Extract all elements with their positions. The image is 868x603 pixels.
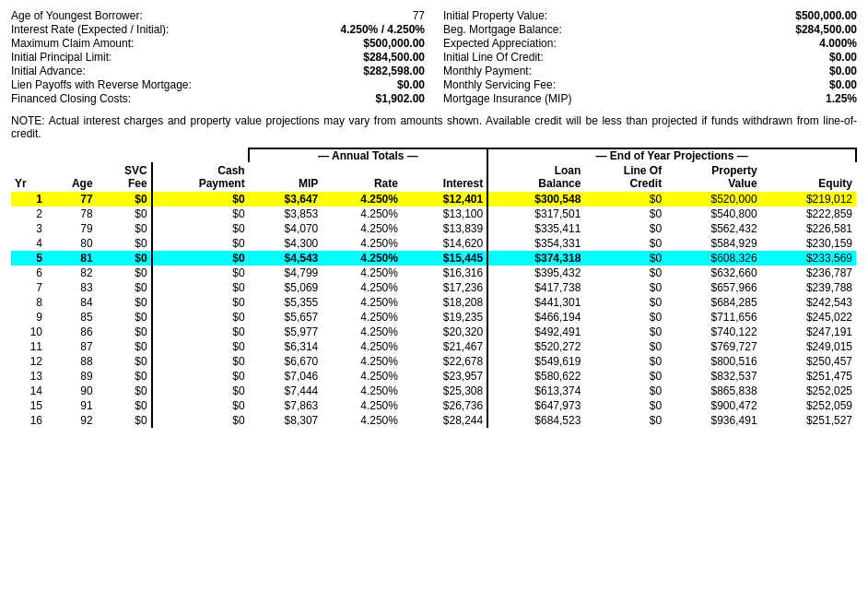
table-cell: $0 bbox=[584, 310, 665, 325]
table-cell: $492,491 bbox=[487, 325, 584, 339]
table-row: 1591$0$0$7,8634.250%$26,736$647,973$0$90… bbox=[11, 398, 856, 413]
summary-value: $500,000.00 bbox=[271, 37, 425, 50]
table-cell: 4.250% bbox=[322, 413, 402, 428]
table-cell: $226,581 bbox=[761, 221, 856, 236]
table-cell: $0 bbox=[584, 295, 665, 310]
table-cell: $28,244 bbox=[402, 413, 487, 428]
table-cell: $562,432 bbox=[665, 221, 760, 236]
table-cell: $0 bbox=[97, 384, 152, 398]
table-cell: 4.250% bbox=[322, 280, 402, 295]
table-cell: $584,929 bbox=[665, 236, 760, 251]
table-cell: $0 bbox=[584, 236, 665, 251]
table-cell: 4.250% bbox=[322, 266, 402, 280]
table-cell: 6 bbox=[11, 266, 46, 280]
table-cell: $0 bbox=[152, 384, 249, 398]
table-cell: $608,326 bbox=[665, 251, 760, 266]
col-loan: LoanBalance bbox=[487, 162, 584, 192]
table-row: 1692$0$0$8,3074.250%$28,244$684,523$0$93… bbox=[11, 413, 856, 428]
table-cell: $0 bbox=[152, 310, 249, 325]
table-cell: 82 bbox=[46, 266, 97, 280]
summary-label: Interest Rate (Expected / Initial): bbox=[11, 23, 262, 36]
table-cell: $250,457 bbox=[761, 354, 856, 369]
summary-value: $284,500.00 bbox=[271, 51, 425, 64]
summary-value: 4.250% / 4.250% bbox=[271, 23, 425, 36]
table-cell: 8 bbox=[11, 295, 46, 310]
table-cell: $900,472 bbox=[665, 398, 760, 413]
table-cell: $222,859 bbox=[761, 207, 856, 221]
table-cell: $12,401 bbox=[402, 192, 487, 207]
table-row: 884$0$0$5,3554.250%$18,208$441,301$0$684… bbox=[11, 295, 856, 310]
table-cell: 88 bbox=[46, 354, 97, 369]
table-cell: $0 bbox=[584, 221, 665, 236]
table-cell: $335,411 bbox=[487, 221, 584, 236]
table-cell: 4.250% bbox=[322, 236, 402, 251]
table-cell: 4.250% bbox=[322, 325, 402, 339]
table-row: 379$0$0$4,0704.250%$13,839$335,411$0$562… bbox=[11, 221, 856, 236]
table-cell: $317,501 bbox=[487, 207, 584, 221]
table-cell: $5,657 bbox=[249, 310, 323, 325]
table-row: 1187$0$0$6,3144.250%$21,467$520,272$0$76… bbox=[11, 339, 856, 354]
table-cell: $0 bbox=[152, 280, 249, 295]
table-cell: 80 bbox=[46, 236, 97, 251]
table-cell: $0 bbox=[152, 295, 249, 310]
table-cell: 12 bbox=[11, 354, 46, 369]
table-cell: 83 bbox=[46, 280, 97, 295]
table-cell: 4.250% bbox=[322, 221, 402, 236]
table-cell: 79 bbox=[46, 221, 97, 236]
table-cell: $0 bbox=[152, 369, 249, 384]
table-cell: $0 bbox=[152, 192, 249, 207]
table-cell: $0 bbox=[584, 384, 665, 398]
table-row: 480$0$0$4,3004.250%$14,620$354,331$0$584… bbox=[11, 236, 856, 251]
table-cell: $233,569 bbox=[761, 251, 856, 266]
table-row: 581$0$0$4,5434.250%$15,445$374,318$0$608… bbox=[11, 251, 856, 266]
summary-value: $0.00 bbox=[688, 78, 857, 91]
col-mip: MIP bbox=[249, 162, 323, 192]
summary-value: 77 bbox=[271, 9, 425, 22]
table-cell: $0 bbox=[97, 369, 152, 384]
table-cell: $0 bbox=[152, 325, 249, 339]
summary-label: Beg. Mortgage Balance: bbox=[443, 23, 679, 36]
table-cell: 4.250% bbox=[322, 310, 402, 325]
summary-label: Monthly Servicing Fee: bbox=[443, 78, 679, 91]
table-cell: $632,660 bbox=[665, 266, 760, 280]
table-row: 783$0$0$5,0694.250%$17,236$417,738$0$657… bbox=[11, 280, 856, 295]
table-cell: 4 bbox=[11, 236, 46, 251]
table-cell: $5,355 bbox=[249, 295, 323, 310]
table-cell: $15,445 bbox=[402, 251, 487, 266]
eoy-header: — End of Year Projections — bbox=[487, 148, 856, 162]
table-cell: $657,966 bbox=[665, 280, 760, 295]
table-cell: $684,285 bbox=[665, 295, 760, 310]
summary-label: Initial Principal Limit: bbox=[11, 51, 262, 64]
table-cell: $711,656 bbox=[665, 310, 760, 325]
table-cell: 16 bbox=[11, 413, 46, 428]
table-cell: $18,208 bbox=[402, 295, 487, 310]
summary-value: $282,598.00 bbox=[271, 65, 425, 77]
table-cell: 4.250% bbox=[322, 369, 402, 384]
table-cell: $8,307 bbox=[249, 413, 323, 428]
summary-label: Financed Closing Costs: bbox=[11, 92, 262, 105]
table-cell: $25,308 bbox=[402, 384, 487, 398]
table-cell: $520,272 bbox=[487, 339, 584, 354]
table-cell: $395,432 bbox=[487, 266, 584, 280]
table-cell: $0 bbox=[152, 207, 249, 221]
table-cell: $6,670 bbox=[249, 354, 323, 369]
table-cell: $540,800 bbox=[665, 207, 760, 221]
table-cell: $0 bbox=[97, 325, 152, 339]
summary-value: 1.25% bbox=[688, 92, 857, 105]
table-cell: 4.250% bbox=[322, 339, 402, 354]
table-cell: 9 bbox=[11, 310, 46, 325]
col-equity: Equity bbox=[761, 162, 856, 192]
table-cell: $466,194 bbox=[487, 310, 584, 325]
annual-totals-header: — Annual Totals — bbox=[249, 148, 488, 162]
col-age: Age bbox=[46, 162, 97, 192]
table-cell: $236,787 bbox=[761, 266, 856, 280]
table-cell: $21,467 bbox=[402, 339, 487, 354]
table-cell: $0 bbox=[584, 413, 665, 428]
summary-label: Age of Youngest Borrower: bbox=[11, 9, 262, 22]
table-cell: 4.250% bbox=[322, 207, 402, 221]
table-cell: $239,788 bbox=[761, 280, 856, 295]
table-cell: $800,516 bbox=[665, 354, 760, 369]
table-cell: 15 bbox=[11, 398, 46, 413]
table-cell: $549,619 bbox=[487, 354, 584, 369]
table-cell: 4.250% bbox=[322, 384, 402, 398]
